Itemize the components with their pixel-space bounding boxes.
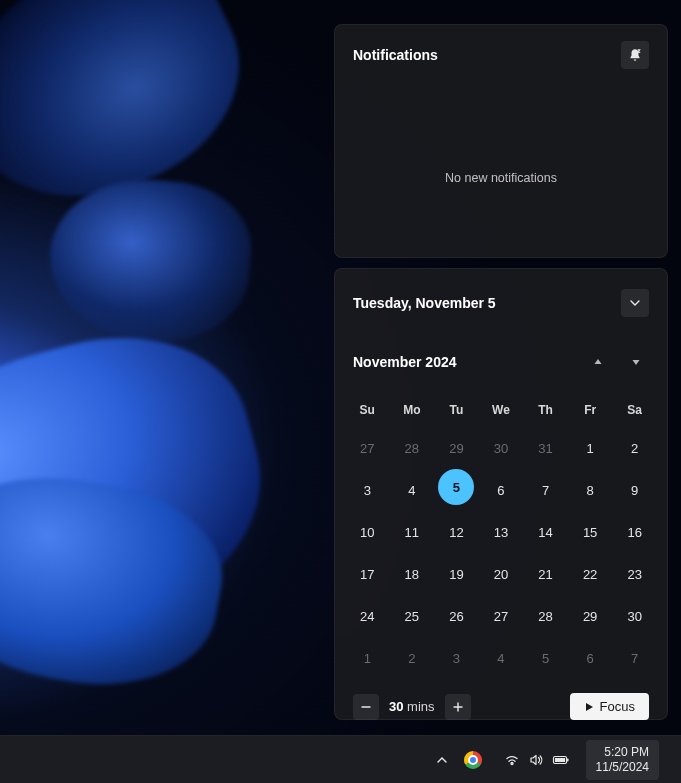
focus-duration-label: 30 mins [389,699,435,714]
calendar-day[interactable]: 9 [614,469,656,511]
focus-start-button[interactable]: Focus [570,693,649,720]
quick-settings-button[interactable] [492,740,582,780]
calendar-panel: Tuesday, November 5 November 2024 SuMoTu… [334,268,668,720]
calendar-day[interactable]: 27 [480,595,522,637]
calendar-day[interactable]: 28 [391,427,433,469]
calendar-day[interactable]: 2 [391,637,433,679]
calendar-day[interactable]: 14 [525,511,567,553]
calendar-grid: SuMoTuWeThFrSa27282930311234567891011121… [335,387,667,679]
calendar-day[interactable]: 30 [480,427,522,469]
tray-overflow-button[interactable] [430,740,454,780]
focus-duration-unit: mins [407,699,434,714]
taskbar-time: 5:20 PM [604,745,649,760]
taskbar-date: 11/5/2024 [596,760,649,775]
wifi-icon [504,752,520,768]
calendar-day-header: Sa [612,393,657,427]
calendar-day[interactable]: 4 [391,469,433,511]
calendar-day[interactable]: 26 [435,595,477,637]
tray-chrome-button[interactable] [458,740,488,780]
calendar-day[interactable]: 27 [346,427,388,469]
calendar-day-today[interactable]: 5 [438,469,474,505]
calendar-day-header: Fr [568,393,613,427]
calendar-day[interactable]: 13 [480,511,522,553]
notifications-panel: Notifications No new notifications [334,24,668,258]
calendar-day[interactable]: 1 [346,637,388,679]
calendar-day[interactable]: 5 [525,637,567,679]
calendar-day[interactable]: 25 [391,595,433,637]
taskbar: 5:20 PM 11/5/2024 [0,735,681,783]
calendar-day[interactable]: 1 [569,427,611,469]
svg-rect-2 [567,758,569,761]
minus-icon [361,702,371,712]
calendar-day[interactable]: 7 [614,637,656,679]
focus-increase-button[interactable] [445,694,471,720]
calendar-day-header: We [479,393,524,427]
calendar-day[interactable]: 2 [614,427,656,469]
selected-date-label[interactable]: Tuesday, November 5 [353,295,496,311]
triangle-up-icon [593,357,603,367]
plus-icon [453,702,463,712]
notifications-empty-message: No new notifications [353,171,649,185]
do-not-disturb-button[interactable] [621,41,649,69]
prev-month-button[interactable] [585,349,611,375]
calendar-day[interactable]: 6 [569,637,611,679]
play-icon [584,702,594,712]
calendar-day[interactable]: 24 [346,595,388,637]
calendar-day[interactable]: 28 [525,595,567,637]
calendar-day[interactable]: 4 [480,637,522,679]
next-month-button[interactable] [623,349,649,375]
calendar-day[interactable]: 21 [525,553,567,595]
calendar-day-header: Mo [390,393,435,427]
chevron-down-icon [630,298,640,308]
calendar-day[interactable]: 10 [346,511,388,553]
calendar-day-header: Th [523,393,568,427]
month-year-label[interactable]: November 2024 [353,354,457,370]
calendar-day-header: Tu [434,393,479,427]
calendar-day[interactable]: 18 [391,553,433,595]
calendar-day[interactable]: 8 [569,469,611,511]
calendar-day[interactable]: 30 [614,595,656,637]
focus-duration-value: 30 [389,699,403,714]
triangle-down-icon [631,357,641,367]
calendar-day[interactable]: 29 [569,595,611,637]
battery-icon [552,752,570,768]
calendar-day[interactable]: 29 [435,427,477,469]
notifications-title: Notifications [353,47,438,63]
calendar-day[interactable]: 17 [346,553,388,595]
focus-decrease-button[interactable] [353,694,379,720]
calendar-day[interactable]: 20 [480,553,522,595]
notification-center-button[interactable] [663,740,677,780]
chrome-icon [464,751,482,769]
calendar-day[interactable]: 3 [346,469,388,511]
clock-button[interactable]: 5:20 PM 11/5/2024 [586,740,659,780]
calendar-day[interactable]: 6 [480,469,522,511]
focus-button-label: Focus [600,699,635,714]
calendar-day-header: Su [345,393,390,427]
calendar-day[interactable]: 19 [435,553,477,595]
calendar-day[interactable]: 7 [525,469,567,511]
calendar-day[interactable]: 16 [614,511,656,553]
calendar-day[interactable]: 11 [391,511,433,553]
bell-snooze-icon [628,48,642,62]
calendar-day[interactable]: 23 [614,553,656,595]
calendar-day[interactable]: 12 [435,511,477,553]
speaker-icon [528,752,544,768]
calendar-day[interactable]: 31 [525,427,567,469]
calendar-day[interactable]: 22 [569,553,611,595]
chevron-up-icon [436,754,448,766]
svg-rect-1 [555,758,565,762]
calendar-day[interactable]: 3 [435,637,477,679]
calendar-day[interactable]: 15 [569,511,611,553]
collapse-calendar-button[interactable] [621,289,649,317]
